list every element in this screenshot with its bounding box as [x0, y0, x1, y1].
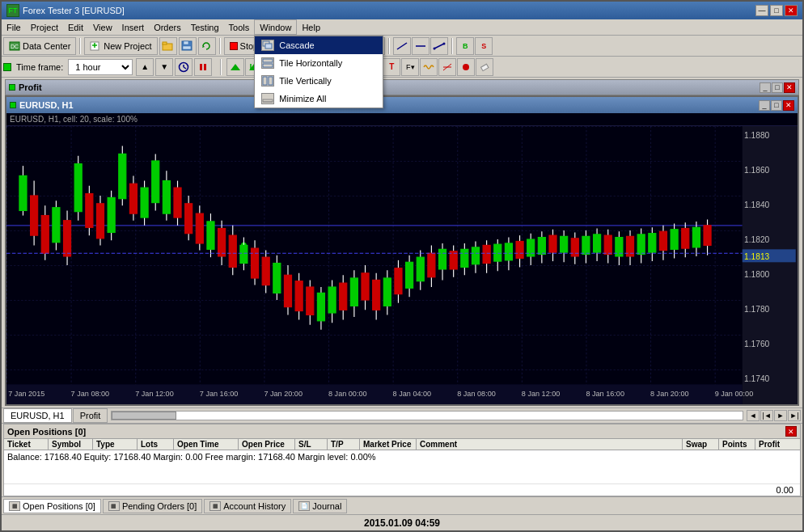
scroll-last-btn[interactable]: ►| — [788, 410, 801, 421]
scroll-left-btn[interactable]: ◄ — [747, 410, 760, 421]
profit-maximize-btn[interactable]: □ — [772, 82, 783, 93]
status-bar: 2015.01.09 04:59 — [2, 514, 802, 530]
svg-rect-88 — [96, 204, 104, 239]
wave-btn[interactable] — [420, 58, 438, 76]
nav-btn-1[interactable] — [226, 58, 244, 76]
minimize-button[interactable]: — — [755, 5, 768, 16]
save-button[interactable] — [179, 37, 197, 55]
menu-orders[interactable]: Orders — [149, 19, 186, 35]
svg-rect-173 — [561, 236, 568, 252]
svg-text:DC: DC — [11, 44, 19, 49]
svg-rect-106 — [196, 213, 203, 243]
svg-rect-181 — [604, 235, 611, 254]
chart-min-btn[interactable]: _ — [759, 100, 770, 111]
buy-button[interactable]: B — [456, 37, 474, 55]
close-button[interactable]: ✕ — [785, 5, 798, 16]
pattern-btn[interactable] — [438, 58, 456, 76]
scroll-first-btn[interactable]: |◄ — [760, 410, 773, 421]
open-button[interactable] — [159, 37, 177, 55]
positions-title: Open Positions [0] — [7, 427, 86, 437]
nav-tab-open-positions[interactable]: ▦ Open Positions [0] — [3, 499, 101, 513]
menu-tile-horizontal[interactable]: Tile Horizontally — [255, 54, 383, 72]
svg-text:8 Jan 20:00: 8 Jan 20:00 — [650, 389, 689, 398]
eraser-btn[interactable] — [476, 58, 493, 76]
svg-text:7 Jan 08:00: 7 Jan 08:00 — [71, 389, 110, 398]
col-open-time: Open Time — [174, 439, 239, 450]
menu-file[interactable]: File — [2, 19, 26, 35]
positions-close-btn[interactable]: ✕ — [785, 426, 797, 437]
menu-edit[interactable]: Edit — [63, 19, 88, 35]
tab-profit[interactable]: Profit — [73, 408, 108, 423]
svg-rect-165 — [516, 242, 523, 259]
maximize-button[interactable]: □ — [770, 5, 783, 16]
timeframe-select[interactable]: 1 hour — [68, 59, 133, 75]
svg-rect-123 — [284, 275, 291, 306]
svg-rect-17 — [183, 46, 191, 49]
svg-text:8 Jan 12:00: 8 Jan 12:00 — [522, 389, 561, 398]
svg-rect-125 — [295, 281, 303, 311]
menu-window[interactable]: Window Cascade Tile Horizontally — [254, 19, 297, 35]
svg-point-55 — [463, 64, 469, 70]
menu-cascade[interactable]: Cascade — [255, 36, 383, 54]
tab-eurusd[interactable]: EURUSD, H1 — [3, 408, 72, 423]
trend-icon — [433, 40, 446, 52]
balance-text: Balance: 17168.40 Equity: 17168.40 Margi… — [7, 452, 376, 462]
menu-view[interactable]: View — [88, 19, 117, 35]
fib-btn[interactable]: F▾ — [401, 58, 419, 76]
profit-close-btn[interactable]: ✕ — [784, 82, 795, 93]
tab-profit-label: Profit — [80, 411, 101, 420]
svg-rect-201 — [6, 384, 743, 404]
data-center-button[interactable]: DC Data Center — [3, 37, 76, 55]
chart-close-btn[interactable]: ✕ — [783, 100, 794, 111]
toolbar-btn-7[interactable] — [430, 37, 448, 55]
status-datetime: 2015.01.09 04:59 — [364, 517, 440, 529]
svg-rect-2 — [263, 59, 273, 62]
svg-rect-159 — [483, 245, 490, 263]
menu-testing[interactable]: Testing — [186, 19, 224, 35]
menu-help[interactable]: Help — [297, 19, 325, 35]
svg-rect-149 — [428, 253, 435, 277]
menu-project[interactable]: Project — [26, 19, 63, 35]
svg-rect-60 — [6, 126, 743, 404]
title-bar: FT Forex Tester 3 [EURUSD] — □ ✕ — [2, 2, 802, 19]
svg-rect-42 — [200, 64, 202, 70]
scroll-right-btn[interactable]: ► — [774, 410, 787, 421]
svg-rect-131 — [328, 287, 336, 313]
toolbar-btn-5[interactable] — [393, 37, 411, 55]
pause2-button[interactable] — [194, 58, 212, 76]
chart-indicator — [10, 102, 16, 108]
chart-max-btn[interactable]: □ — [771, 100, 782, 111]
text2-btn[interactable]: T — [383, 58, 400, 76]
menu-insert[interactable]: Insert — [117, 19, 150, 35]
profit-minimize-btn[interactable]: _ — [760, 82, 771, 93]
svg-rect-127 — [307, 287, 314, 315]
chart-title: EURUSD, H1 — [19, 100, 74, 110]
eraser-icon — [479, 62, 490, 72]
save-icon — [181, 40, 194, 52]
tf-down-button[interactable]: ▼ — [155, 58, 173, 76]
svg-rect-74 — [19, 175, 27, 210]
color-btn[interactable] — [457, 58, 475, 76]
new-project-button[interactable]: New Project — [84, 37, 157, 55]
tf-up-button[interactable]: ▲ — [136, 58, 154, 76]
svg-text:7 Jan 16:00: 7 Jan 16:00 — [200, 389, 239, 398]
menu-tools[interactable]: Tools — [224, 19, 255, 35]
nav-tab-account-history[interactable]: ▦ Account History — [204, 499, 291, 513]
clock-button[interactable] — [175, 58, 193, 76]
tab-scrollbar[interactable] — [111, 411, 743, 420]
svg-text:8 Jan 08:00: 8 Jan 08:00 — [457, 389, 496, 398]
svg-rect-199 — [704, 226, 711, 246]
nav-tab-pending-orders[interactable]: ▦ Pending Orders [0] — [103, 499, 202, 513]
nav-tab-journal[interactable]: 📄 Journal — [293, 499, 347, 513]
toolbar-btn-6[interactable] — [412, 37, 430, 55]
svg-rect-78 — [41, 216, 49, 254]
menu-tile-vertical[interactable]: Tile Vertically — [255, 72, 383, 90]
svg-text:7 Jan 20:00: 7 Jan 20:00 — [264, 389, 303, 398]
svg-text:1.1740: 1.1740 — [744, 373, 769, 382]
toolbar-2: Time frame: 1 hour ▲ ▼ W T — [2, 57, 802, 78]
sell-button[interactable]: S — [475, 37, 493, 55]
menu-minimize-all[interactable]: Minimize All — [255, 90, 383, 108]
svg-rect-84 — [74, 164, 82, 212]
refresh-button[interactable] — [198, 37, 216, 55]
chart-info: EURUSD, H1, cell: 20, scale: 100% — [10, 115, 138, 124]
